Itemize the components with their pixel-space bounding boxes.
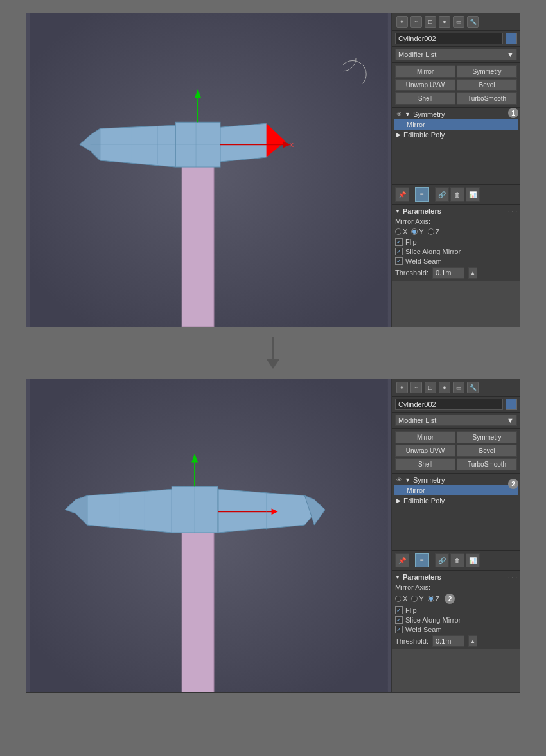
badge-inline-2: 2 [445,594,455,604]
params-header-2[interactable]: ▼ Parameters · · · [395,573,517,581]
axis-y-radio-2[interactable]: Y [411,595,423,603]
stack-btn-1[interactable]: ≡ [415,187,429,202]
object-name-input-1[interactable] [395,33,503,44]
graph-btn-2[interactable]: 📊 [466,553,480,567]
pin-btn-2[interactable]: 📌 [395,553,409,567]
pin-btn-1[interactable]: 📌 [395,187,409,202]
color-swatch-2[interactable] [506,399,517,410]
unwrap-uvw-btn-2[interactable]: Unwrap UVW [395,445,455,457]
bevel-btn-2[interactable]: Bevel [457,445,517,457]
axis-x-label-1: X [403,228,407,236]
camera-icon-2[interactable]: ⊡ [425,382,436,393]
weld-seam-row-1[interactable]: Weld Seam [395,257,517,265]
scene-3d-2 [26,379,391,692]
flip-checkbox-1[interactable] [395,238,403,246]
symmetry-btn-1[interactable]: Symmetry [457,65,517,78]
slice-checkbox-1[interactable] [395,248,403,255]
slice-row-1[interactable]: Slice Along Mirror [395,248,517,255]
screen-icon[interactable]: ▭ [453,16,464,28]
arrow-stem [272,337,274,359]
axis-z-radio-2[interactable]: Z [428,595,440,603]
stack-mirror-sub-2[interactable]: Mirror [394,485,518,495]
viewport-1[interactable]: FRONT [26,13,392,327]
screen-icon-2[interactable]: ▭ [453,382,464,393]
axis-y-label-1: Y [419,228,423,236]
modifier-list-dropdown-1[interactable]: Modifier List ▼ [395,49,517,60]
turbosmooth-btn-2[interactable]: TurboSmooth [457,458,517,470]
threshold-input-1[interactable] [432,267,464,279]
symmetry-btn-2[interactable]: Symmetry [457,431,517,443]
threshold-label-1: Threshold: [395,269,428,277]
link-btn-2[interactable]: 🔗 [435,553,449,567]
axis-z-circle-2 [428,596,434,602]
flip-checkbox-2[interactable] [395,606,403,614]
shell-btn-1[interactable]: Shell [395,92,455,105]
threshold-spinner-up-2[interactable]: ▲ [468,635,477,647]
sphere-icon[interactable]: ● [439,16,450,28]
mirror-axis-label-1: Mirror Axis: [395,218,430,225]
turbosmooth-btn-1[interactable]: TurboSmooth [457,92,517,105]
object-name-input-2[interactable] [395,399,503,410]
right-panel-2: + ~ ⊡ ● ▭ 🔧 Modifier List ▼ M [392,379,520,693]
plus-icon[interactable]: + [396,16,408,28]
trash-btn-2[interactable]: 🗑 [450,553,464,567]
stack-mirror-sub-1[interactable]: Mirror [394,119,518,130]
stack-symmetry-2[interactable]: 👁 ▼ Symmetry [394,475,518,485]
stack-btn-2[interactable]: ≡ [415,553,429,567]
modifier-list-dropdown-2[interactable]: Modifier List ▼ [395,415,517,426]
axis-z-label-2: Z [436,595,440,603]
svg-rect-1 [182,154,214,327]
camera-icon[interactable]: ⊡ [425,16,436,28]
stack-editable-poly-2[interactable]: ▶ Editable Poly [394,495,518,506]
slice-checkbox-2[interactable] [395,616,403,624]
params-dots-2: · · · [508,574,517,581]
stack-symmetry-1[interactable]: 👁 ▼ Symmetry [394,109,518,119]
weld-seam-label-1: Weld Seam [405,257,442,265]
main-container: FRONT [0,0,546,756]
shell-btn-2[interactable]: Shell [395,458,455,470]
mirror-btn-2[interactable]: Mirror [395,431,455,443]
curve-icon-2[interactable]: ~ [410,382,422,393]
slice-row-2[interactable]: Slice Along Mirror [395,616,517,624]
toolbar-2: + ~ ⊡ ● ▭ 🔧 [392,379,520,397]
wrench-icon[interactable]: 🔧 [467,16,479,28]
axis-z-radio-1[interactable]: Z [428,228,440,236]
axis-x-radio-1[interactable]: X [395,228,407,236]
axis-x-radio-2[interactable]: X [395,595,407,603]
expand-symmetry-1: ▼ [405,111,410,117]
weld-seam-checkbox-2[interactable] [395,626,403,633]
link-btn-1[interactable]: 🔗 [435,187,449,202]
axis-radio-row-1: X Y Z [395,228,517,236]
axis-y-radio-1[interactable]: Y [411,228,423,236]
graph-btn-1[interactable]: 📊 [466,187,480,202]
wrench-icon-2[interactable]: 🔧 [467,382,479,393]
params-triangle-1: ▼ [395,209,400,214]
threshold-spinner-up-1[interactable]: ▲ [468,267,477,279]
bevel-btn-1[interactable]: Bevel [457,79,517,91]
params-header-1[interactable]: ▼ Parameters · · · [395,207,517,215]
plus-icon-2[interactable]: + [396,382,408,393]
arrow-container [26,327,520,379]
sphere-icon-2[interactable]: ● [439,382,450,393]
axis-x-circle-1 [395,228,401,235]
color-swatch-1[interactable] [506,33,517,44]
weld-seam-row-2[interactable]: Weld Seam [395,626,517,633]
eye-symmetry-1: 👁 [396,111,402,117]
svg-marker-3 [91,125,175,167]
svg-rect-17 [182,520,214,692]
mirror-btn-1[interactable]: Mirror [395,65,455,78]
unwrap-uvw-btn-1[interactable]: Unwrap UVW [395,79,455,91]
stack-editable-poly-1[interactable]: ▶ Editable Poly [394,130,518,140]
curve-icon[interactable]: ~ [410,16,422,28]
params-dots-1: · · · [508,208,517,215]
threshold-input-2[interactable] [432,635,464,647]
axis-x-label-2: X [403,595,407,603]
params-title-1: Parameters [403,207,441,215]
params-triangle-2: ▼ [395,574,400,580]
flip-row-1[interactable]: Flip [395,238,517,246]
weld-seam-checkbox-1[interactable] [395,257,403,265]
modifier-list-arrow-1: ▼ [507,51,514,58]
flip-row-2[interactable]: Flip [395,606,517,614]
trash-btn-1[interactable]: 🗑 [450,187,464,202]
viewport-2[interactable]: FRONT [26,379,392,693]
